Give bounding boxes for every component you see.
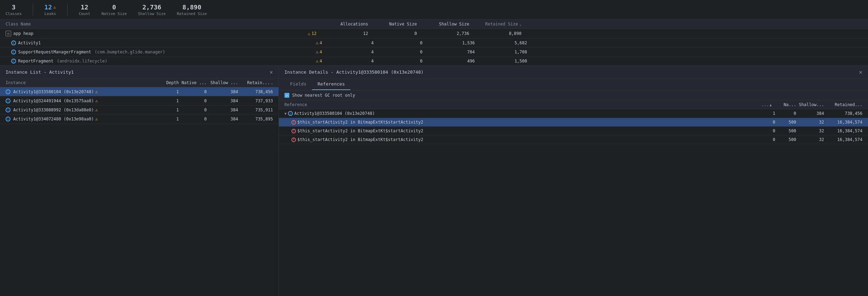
ref-col1-1: 0	[761, 120, 775, 125]
ref-cell-0: ▼ i Activity1@333580104 (0x13e20748)	[284, 111, 761, 116]
class-row-support-fragment[interactable]: C SupportRequestManagerFragment (com.bum…	[0, 47, 868, 57]
native-value: 0	[112, 3, 116, 11]
instance-details-close-button[interactable]: ✕	[859, 69, 862, 75]
class-table-header: Class Name Allocations Native Size Shall…	[0, 20, 868, 29]
shallow-app-heap: 2,736	[417, 31, 469, 36]
instance-cell-0: i Activity1@333580104 (0x13e20748) ⚠	[6, 89, 158, 94]
inst-depth-2: 1	[158, 108, 179, 112]
instance-list-close-button[interactable]: ✕	[269, 69, 273, 75]
inst-native-3: 0	[179, 117, 207, 121]
ref-retained-3: 16,384,574	[824, 137, 862, 142]
ref-retained-1: 16,384,574	[824, 120, 862, 125]
class-row-report-fragment[interactable]: C ReportFragment (androidx.lifecycle) ⚠ …	[0, 57, 868, 66]
ref-func-icon-3: f	[291, 138, 296, 142]
header-retained-size: Retained Size ⌄	[469, 22, 521, 27]
ref-row-1[interactable]: f $this_startActivity2 in BitmapExtKt$st…	[279, 118, 868, 127]
native-label: Native Size	[101, 12, 127, 16]
bottom-panes: Instance List - Activity1 ✕ Instance Dep…	[0, 66, 868, 296]
class-package-support: (com.bumptech.glide.manager)	[95, 50, 165, 54]
class-icon-report: C	[11, 59, 16, 64]
instance-table-header: Instance Depth Native ... Shallow ... Re…	[0, 79, 279, 87]
inst-name-1: Activity1@324491944 (0x13575aa8)	[13, 98, 94, 103]
shallow-support: 704	[422, 50, 475, 54]
header-instance: Instance	[6, 80, 158, 85]
class-icon-support: C	[11, 50, 16, 54]
classes-label: Classes	[6, 12, 22, 16]
top-bar: 3 Classes 12 ⚠ Leaks 12 Count 0 Native S…	[0, 0, 868, 20]
alloc-support: 4	[325, 50, 374, 54]
stat-retained: 8,890 Retained Size	[177, 3, 207, 16]
instance-details-pane: Instance Details - Activity1@333580104 (…	[279, 66, 868, 296]
stat-leaks: 12 ⚠ Leaks	[44, 3, 56, 16]
class-row-activity1[interactable]: C Activity1 ⚠ 4 4 0 1,536 5,682	[0, 38, 868, 47]
class-package-report: (androidx.lifecycle)	[57, 59, 107, 64]
inst-warn-2: ⚠	[95, 107, 98, 112]
inst-icon-3: i	[6, 117, 10, 121]
inst-retained-1: 737,933	[238, 98, 273, 103]
ref-col1-0: 1	[761, 111, 775, 116]
tab-fields[interactable]: Fields	[284, 79, 312, 90]
retained-sort-icon[interactable]: ⌄	[519, 22, 521, 26]
inst-retained-2: 735,911	[238, 108, 273, 112]
stat-classes: 3 Classes	[6, 3, 22, 16]
ref-retained-0: 738,456	[824, 111, 862, 116]
header-native-size: Native Size	[368, 22, 417, 27]
class-cell-support-fragment: C SupportRequestManagerFragment (com.bum…	[11, 49, 325, 54]
warn-icon-activity1: ⚠	[316, 40, 319, 45]
ref-col2-1: 500	[775, 120, 796, 125]
class-row-app-heap[interactable]: ⊟ app heap ⚠ 12 12 0 2,736 8,890	[0, 29, 868, 38]
native-support: 0	[374, 50, 422, 54]
ref-row-2[interactable]: f $this_startActivity2 in BitmapExtKt$st…	[279, 127, 868, 135]
instance-cell-3: i Activity1@334072480 (0x13e98aa0) ⚠	[6, 116, 158, 121]
header-ref-dots: ... ▲	[761, 102, 775, 107]
retained-label: Retained Size	[177, 12, 207, 16]
gc-root-label: Show nearest GC root only	[292, 93, 355, 98]
retained-support: 1,708	[475, 50, 527, 54]
retained-report: 1,500	[475, 59, 527, 64]
tab-references[interactable]: References	[312, 79, 350, 90]
ref-inst-icon-0: i	[288, 111, 293, 116]
shallow-label: Shallow Size	[138, 12, 166, 16]
header-ref-retained: Retained...	[824, 102, 862, 107]
inst-icon-1: i	[6, 98, 10, 103]
instance-row-0[interactable]: i Activity1@333580104 (0x13e20748) ⚠ 1 0…	[0, 87, 279, 96]
leaks-warning-icon: ⚠	[53, 5, 56, 10]
class-cell-activity1: C Activity1 ⚠ 4	[11, 40, 325, 45]
retained-value: 8,890	[182, 3, 201, 11]
gc-root-checkbox[interactable]: ✓	[284, 93, 289, 98]
inst-retained-0: 738,456	[238, 89, 273, 94]
header-shallow-size: Shallow Size	[417, 22, 469, 27]
ref-shallow-3: 32	[796, 137, 824, 142]
leaks-value: 12 ⚠	[44, 3, 56, 11]
instance-row-2[interactable]: i Activity1@333088992 (0x13da88e0) ⚠ 1 0…	[0, 105, 279, 114]
inst-icon-0: i	[6, 89, 10, 94]
ref-shallow-2: 32	[796, 128, 824, 133]
alloc-app-heap: 12	[319, 31, 368, 36]
stat-native: 0 Native Size	[101, 3, 127, 16]
inst-depth-3: 1	[158, 117, 179, 121]
ref-row-3[interactable]: f $this_startActivity2 in BitmapExtKt$st…	[279, 135, 868, 144]
inst-shallow-1: 384	[207, 98, 238, 103]
header-inst-retained: Retain... ⌄	[238, 80, 273, 85]
warn-icon-heap: ⚠	[308, 31, 311, 36]
class-name-app-heap: app heap	[13, 31, 33, 36]
main-area: Class Name Allocations Native Size Shall…	[0, 20, 868, 296]
retained-activity1: 5,682	[475, 40, 527, 45]
retained-app-heap: 8,890	[469, 31, 521, 36]
instance-row-1[interactable]: i Activity1@324491944 (0x13575aa8) ⚠ 1 0…	[0, 96, 279, 105]
warn-icon-report: ⚠	[316, 58, 319, 64]
sort-up-icon: ▲	[770, 103, 772, 107]
ref-func-icon-2: f	[291, 129, 296, 133]
ref-func-icon-1: f	[291, 120, 296, 125]
header-class-name: Class Name	[6, 22, 319, 27]
instance-row-3[interactable]: i Activity1@334072480 (0x13e98aa0) ⚠ 1 0…	[0, 114, 279, 124]
native-activity1: 0	[374, 40, 422, 45]
inst-warn-1: ⚠	[95, 98, 98, 103]
ref-col2-2: 500	[775, 128, 796, 133]
inst-retained-sort-icon[interactable]: ⌄	[271, 81, 273, 85]
shallow-report: 496	[422, 59, 475, 64]
ref-row-0[interactable]: ▼ i Activity1@333580104 (0x13e20748) 1 0…	[279, 109, 868, 118]
ref-text-0: Activity1@333580104 (0x13e20748)	[294, 111, 375, 116]
expand-icon-0: ▼	[284, 112, 287, 116]
ref-table-header: Reference ... ▲ Na... Shallow... Retaine…	[279, 101, 868, 109]
